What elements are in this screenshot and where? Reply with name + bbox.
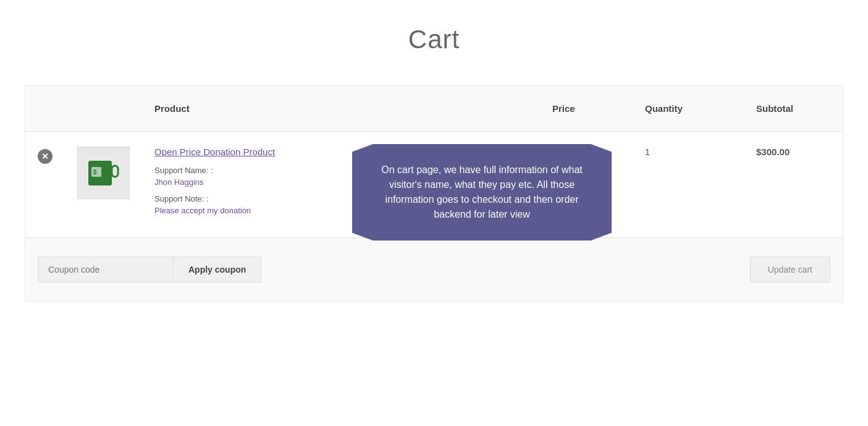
cart-footer: Apply coupon Update cart [25,238,843,301]
col-header-subtotal: Subtotal [744,86,843,132]
coupon-input[interactable] [38,257,174,283]
price-cell: $300.00 [540,132,633,238]
support-name-label: Support Name: : [154,166,528,175]
col-header-image [65,86,142,132]
col-header-remove [25,86,65,132]
svg-text:$: $ [93,169,97,176]
svg-rect-1 [112,166,118,177]
col-header-quantity: Quantity [633,86,744,132]
product-image: $ [77,147,130,199]
coupon-section: Apply coupon [38,257,261,283]
remove-cell: ✕ [25,132,65,238]
page-title: Cart [0,0,868,85]
cart-container: Product Price Quantity Subtotal ✕ [25,85,843,302]
table-header-row: Product Price Quantity Subtotal [25,86,843,132]
col-header-price: Price [540,86,633,132]
support-note-value: Please accept my donation [154,206,528,215]
apply-coupon-button[interactable]: Apply coupon [174,257,261,283]
col-header-product: Product [142,86,540,132]
remove-button[interactable]: ✕ [38,149,53,164]
subtotal-cell: $300.00 [744,132,843,238]
remove-icon: ✕ [38,149,53,164]
update-cart-button[interactable]: Update cart [750,257,830,283]
product-cell: Open Price Donation Product Support Name… [142,132,540,238]
support-note-label: Support Note: : [154,194,528,203]
support-name-value: Jhon Haggins [154,177,528,187]
image-cell: $ [65,132,142,238]
product-link[interactable]: Open Price Donation Product [154,147,528,157]
table-row: ✕ $ Open Price Donation Product [25,132,843,238]
cart-table: Product Price Quantity Subtotal ✕ [25,86,843,238]
quantity-cell: 1 [633,132,744,238]
